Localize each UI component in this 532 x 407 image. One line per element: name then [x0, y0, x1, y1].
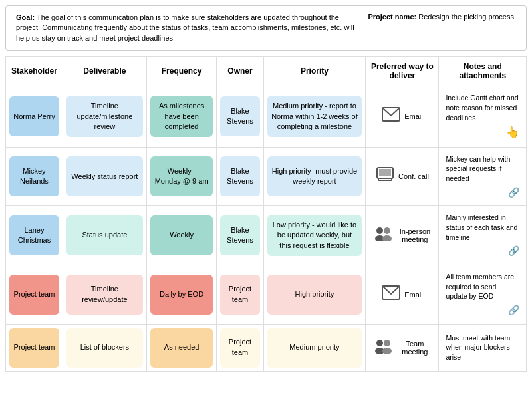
stakeholder-cell: Project team: [6, 265, 63, 324]
col-priority: Priority: [263, 57, 366, 86]
owner-cell: Blake Stevens: [217, 86, 263, 147]
owner-cell: Blake Stevens: [217, 147, 263, 206]
deliver-cell: Email: [366, 86, 439, 147]
svg-point-4: [376, 227, 383, 234]
frequency-cell: As needed: [146, 324, 217, 371]
frequency-card: Weekly - Monday @ 9 am: [150, 156, 213, 196]
frequency-cell: Weekly - Monday @ 9 am: [146, 147, 217, 206]
frequency-card: Daily by EOD: [150, 275, 213, 315]
frequency-card: As needed: [150, 328, 213, 368]
notes-cell: Must meet with team when major blockers …: [439, 324, 527, 371]
table-header-row: Stakeholder Deliverable Frequency Owner …: [6, 57, 527, 86]
deliver-card: In-person meeting: [369, 222, 435, 249]
owner-cell: Blake Stevens: [217, 206, 263, 265]
notes-cell: Mickey can help with special requests if…: [439, 147, 527, 206]
col-deliver: Preferred way to deliver: [366, 57, 439, 86]
frequency-card: Weekly: [150, 215, 213, 255]
cursor-icon: 👆: [446, 125, 519, 140]
deliver-cell: Conf. call: [366, 147, 439, 206]
owner-cell: Project team: [217, 265, 263, 324]
table-row: Mickey NeilandsWeekly status reportWeekl…: [6, 147, 527, 206]
deliver-label: In-person meeting: [398, 227, 432, 243]
deliver-label: Conf. call: [398, 172, 429, 180]
stakeholder-card: Laney Christmas: [9, 215, 59, 255]
svg-point-9: [376, 340, 383, 346]
table-row: Project teamTimeline review/updateDaily …: [6, 265, 527, 324]
notes-card: Mainly interested in status of each task…: [442, 209, 523, 261]
priority-cell: Medium priority - report to Norma within…: [263, 86, 366, 147]
svg-point-12: [382, 348, 392, 354]
priority-cell: Medium priority: [263, 324, 366, 371]
owner-card: Blake Stevens: [220, 215, 259, 255]
deliver-card: Team meeting: [369, 335, 435, 361]
deliver-cell: Team meeting: [366, 324, 439, 371]
deliverable-card: List of blockers: [66, 328, 143, 368]
table-row: Laney ChristmasStatus updateWeeklyBlake …: [6, 206, 527, 265]
notes-card: Include Gantt chart and note reason for …: [442, 90, 523, 143]
owner-card: Blake Stevens: [220, 156, 259, 196]
deliver-icon: [372, 225, 394, 245]
notes-card: Must meet with team when major blockers …: [442, 330, 523, 366]
priority-cell: Low priority - would like to be updated …: [263, 206, 366, 265]
stakeholder-card: Project team: [9, 275, 59, 315]
project-label: Project name:: [368, 13, 416, 21]
svg-point-11: [384, 340, 390, 346]
col-notes: Notes and attachments: [439, 57, 527, 86]
deliver-card: Email: [369, 104, 435, 129]
priority-card: Medium priority - report to Norma within…: [267, 96, 362, 137]
frequency-card: As milestones have been completed: [150, 96, 213, 137]
deliver-cell: In-person meeting: [366, 206, 439, 265]
deliver-cell: Email: [366, 265, 439, 324]
notes-card: Mickey can help with special requests if…: [442, 151, 523, 203]
deliverable-card: Timeline review/update: [66, 275, 143, 315]
frequency-cell: Daily by EOD: [146, 265, 217, 324]
deliverable-card: Timeline update/milestone review: [66, 96, 143, 137]
deliver-icon: [376, 166, 394, 186]
stakeholder-cell: Mickey Neilands: [6, 147, 63, 206]
priority-card: Medium priority: [267, 328, 362, 368]
goal-text: Goal: The goal of this communication pla…: [16, 13, 354, 43]
header-section: Goal: The goal of this communication pla…: [5, 5, 527, 51]
svg-point-7: [382, 235, 392, 241]
deliver-icon: [382, 107, 400, 126]
deliverable-cell: Status update: [63, 206, 146, 265]
table-row: Project teamList of blockersAs neededPro…: [6, 324, 527, 371]
table-row: Norma PerryTimeline update/milestone rev…: [6, 86, 527, 147]
frequency-cell: As milestones have been completed: [146, 86, 217, 147]
table-container: Stakeholder Deliverable Frequency Owner …: [5, 56, 527, 371]
deliver-card: Email: [369, 282, 435, 307]
stakeholder-cell: Laney Christmas: [6, 206, 63, 265]
notes-cell: Include Gantt chart and note reason for …: [439, 86, 527, 147]
col-frequency: Frequency: [146, 57, 217, 86]
notes-cell: All team members are required to send up…: [439, 265, 527, 324]
priority-card: Low priority - would like to be updated …: [267, 215, 362, 256]
deliverable-cell: Timeline update/milestone review: [63, 86, 146, 147]
stakeholder-card: Norma Perry: [9, 96, 59, 136]
goal-label: Goal:: [16, 13, 35, 21]
stakeholder-card: Mickey Neilands: [9, 156, 59, 196]
link-icon: 🔗: [446, 304, 519, 317]
deliverable-card: Status update: [66, 215, 143, 255]
deliver-icon: [382, 285, 400, 304]
notes-card: All team members are required to send up…: [442, 269, 523, 321]
deliverable-cell: List of blockers: [63, 324, 146, 371]
priority-cell: High priority- must provide weekly repor…: [263, 147, 366, 206]
owner-card: Blake Stevens: [220, 96, 259, 136]
stakeholder-cell: Project team: [6, 324, 63, 371]
owner-card: Project team: [220, 328, 259, 368]
goal-content: The goal of this communication plan is t…: [16, 13, 354, 42]
deliver-label: Team meeting: [398, 340, 432, 356]
svg-rect-3: [378, 178, 392, 180]
frequency-cell: Weekly: [146, 206, 217, 265]
communication-table: Stakeholder Deliverable Frequency Owner …: [5, 56, 527, 371]
priority-cell: High priority: [263, 265, 366, 324]
project-value: Redesign the picking process.: [418, 13, 516, 21]
col-deliverable: Deliverable: [63, 57, 146, 86]
col-stakeholder: Stakeholder: [6, 57, 63, 86]
deliverable-cell: Weekly status report: [63, 147, 146, 206]
col-owner: Owner: [217, 57, 263, 86]
project-name: Project name: Redesign the picking proce…: [368, 13, 516, 21]
deliver-label: Email: [404, 291, 423, 299]
deliverable-card: Weekly status report: [66, 156, 143, 196]
stakeholder-card: Project team: [9, 328, 59, 368]
